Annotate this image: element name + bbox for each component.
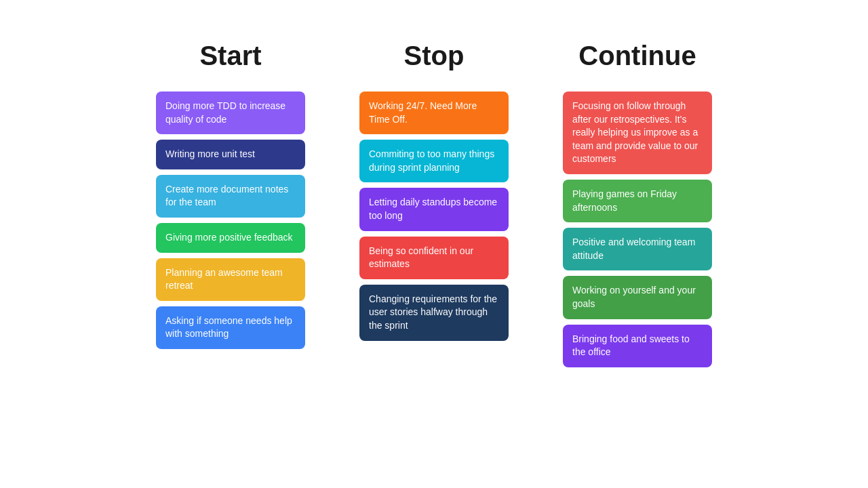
cards-continue: Focusing on follow through after our ret… <box>563 92 712 367</box>
card-start-5[interactable]: Planning an awesome team retreat <box>156 258 305 301</box>
cards-start: Doing more TDD to increase quality of co… <box>156 92 305 349</box>
card-stop-5[interactable]: Changing requirements for the user stori… <box>359 285 509 341</box>
card-start-2[interactable]: Writing more unit test <box>156 140 305 169</box>
column-stop: StopWorking 24/7. Need More Time Off.Com… <box>359 41 509 367</box>
column-title-start: Start <box>199 41 261 71</box>
card-cont-1[interactable]: Focusing on follow through after our ret… <box>563 92 712 174</box>
card-start-4[interactable]: Giving more positive feedback <box>156 223 305 253</box>
card-cont-4[interactable]: Working on yourself and your goals <box>563 276 712 319</box>
card-stop-3[interactable]: Letting daily standups become too long <box>359 188 509 230</box>
card-cont-5[interactable]: Bringing food and sweets to the office <box>563 325 712 367</box>
cards-stop: Working 24/7. Need More Time Off.Commiti… <box>359 92 509 341</box>
column-title-stop: Stop <box>404 41 465 71</box>
card-start-3[interactable]: Create more document notes for the team <box>156 175 305 218</box>
column-continue: ContinueFocusing on follow through after… <box>563 41 712 367</box>
card-cont-2[interactable]: Playing games on Friday afternoons <box>563 180 712 222</box>
card-cont-3[interactable]: Positive and welcoming team attitude <box>563 228 712 270</box>
card-stop-2[interactable]: Commiting to too many things during spri… <box>359 140 509 182</box>
board: StartDoing more TDD to increase quality … <box>0 41 868 367</box>
column-title-continue: Continue <box>578 41 696 71</box>
card-stop-1[interactable]: Working 24/7. Need More Time Off. <box>359 92 509 134</box>
card-start-1[interactable]: Doing more TDD to increase quality of co… <box>156 92 305 134</box>
card-start-6[interactable]: Asking if someone needs help with someth… <box>156 306 305 349</box>
column-start: StartDoing more TDD to increase quality … <box>156 41 305 367</box>
card-stop-4[interactable]: Being so confident in our estimates <box>359 237 509 279</box>
